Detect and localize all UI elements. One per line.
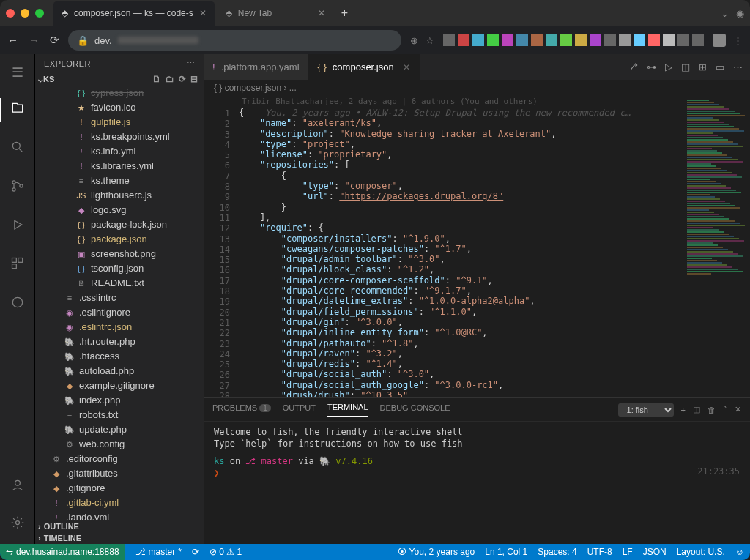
extension-icon[interactable] [472, 34, 484, 46]
close-tab-icon[interactable]: ✕ [199, 8, 207, 18]
new-terminal-icon[interactable]: + [681, 406, 686, 414]
status-lang[interactable]: JSON [643, 547, 667, 557]
activity-settings-icon[interactable] [0, 512, 34, 537]
extension-icon[interactable] [604, 34, 616, 46]
git-compare-icon[interactable]: ⎇ [627, 61, 638, 72]
address-bar[interactable]: 🔒 dev. [68, 30, 401, 51]
status-sync[interactable]: ⟳ [192, 547, 199, 557]
extension-icon[interactable] [575, 34, 587, 46]
file-item[interactable]: !ks.breakpoints.yml [35, 130, 204, 144]
avatar-icon[interactable] [713, 34, 726, 47]
status-eol[interactable]: LF [623, 547, 633, 557]
install-app-icon[interactable]: ⊕ [410, 35, 418, 46]
file-item[interactable]: !ks.info.yml [35, 144, 204, 159]
extension-icon[interactable] [502, 34, 513, 46]
minimize-window-button[interactable] [21, 9, 29, 18]
file-item[interactable]: { }cypress.json [35, 86, 204, 100]
status-feedback[interactable]: ☺ [735, 547, 744, 557]
extension-icon[interactable] [560, 34, 572, 46]
more-actions-icon[interactable]: ⋯ [733, 61, 743, 72]
status-layout[interactable]: Layout: U.S. [677, 547, 725, 557]
code-editor[interactable]: Tribir Bhattacharjee, 2 days ago | 6 aut… [239, 96, 684, 397]
panel-tab-output[interactable]: OUTPUT [283, 403, 316, 417]
outline-section[interactable]: ›OUTLINE [35, 520, 204, 532]
extension-icon[interactable] [443, 34, 455, 46]
file-item[interactable]: 🐘.ht.router.php [35, 335, 204, 349]
file-item[interactable]: ◆.gitignore [35, 481, 204, 496]
project-header[interactable]: ⌵ KS 🗋 🗀 ⟳ ⊟ [35, 72, 204, 86]
preview-icon[interactable]: ⊞ [699, 61, 707, 72]
diff-icon[interactable]: ◫ [681, 61, 690, 72]
timeline-section[interactable]: ›TIMELINE [35, 532, 204, 544]
file-item[interactable]: JSlighthouserc.js [35, 188, 204, 203]
status-cursor[interactable]: Ln 1, Col 1 [485, 547, 527, 557]
split-terminal-icon[interactable]: ◫ [693, 405, 700, 414]
panel-tab-terminal[interactable]: TERMINAL [327, 403, 368, 417]
file-item[interactable]: ▣screenshot.png [35, 247, 204, 261]
file-item[interactable]: !gulpfile.js [35, 115, 204, 130]
extension-icon[interactable] [531, 34, 543, 46]
file-item[interactable]: ◉.eslintrc.json [35, 320, 204, 335]
status-encoding[interactable]: UTF-8 [587, 547, 612, 557]
status-branch[interactable]: ⎇master* [135, 547, 182, 557]
activity-debug-icon[interactable] [0, 214, 34, 239]
bookmark-icon[interactable]: ☆ [426, 35, 434, 46]
file-item[interactable]: ◆example.gitignore [35, 378, 204, 393]
new-folder-icon[interactable]: 🗀 [166, 74, 174, 84]
file-item[interactable]: 🐘update.php [35, 422, 204, 437]
status-spaces[interactable]: Spaces: 4 [538, 547, 576, 557]
activity-remote-icon[interactable] [0, 292, 34, 316]
panel-tab-debug-console[interactable]: DEBUG CONSOLE [380, 403, 450, 417]
profile-icon[interactable]: ◉ [736, 8, 744, 19]
file-item[interactable]: 🗎README.txt [35, 276, 204, 291]
forward-button[interactable]: → [29, 34, 40, 47]
close-tab-icon[interactable]: ✕ [403, 62, 410, 72]
refresh-icon[interactable]: ⟳ [179, 74, 186, 84]
file-item[interactable]: ★favicon.ico [35, 100, 204, 115]
back-button[interactable]: ← [7, 34, 18, 47]
status-problems[interactable]: ⊘ 0 ⚠ 1 [209, 547, 242, 557]
status-remote[interactable]: ⇋dev.husainad.name:18888 [0, 544, 125, 560]
close-panel-icon[interactable]: ✕ [735, 405, 741, 414]
new-file-icon[interactable]: 🗋 [152, 74, 161, 84]
panel-tab-problems[interactable]: PROBLEMS1 [212, 403, 271, 417]
new-tab-button[interactable]: + [334, 7, 355, 20]
file-item[interactable]: { }package.json [35, 232, 204, 247]
file-item[interactable]: ⚙web.config [35, 437, 204, 452]
terminal-selector[interactable]: 1: fish [618, 403, 674, 417]
extension-icon[interactable] [634, 34, 645, 46]
run-icon[interactable]: ▷ [665, 61, 672, 72]
activity-extensions-icon[interactable] [0, 253, 34, 277]
extension-icon[interactable] [590, 34, 601, 46]
maximize-window-button[interactable] [35, 9, 44, 18]
editor-tab[interactable]: { }composer.json✕ [309, 54, 420, 80]
activity-search-icon[interactable] [0, 137, 34, 161]
file-item[interactable]: ◆.gitattributes [35, 466, 204, 481]
editor-tab[interactable]: !.platform.app.yaml [204, 54, 309, 80]
reload-button[interactable]: ⟳ [50, 34, 59, 47]
tab-overflow-icon[interactable]: ⌄ [721, 8, 729, 19]
collapse-all-icon[interactable]: ⊟ [190, 74, 198, 84]
browser-tab[interactable]: ⬘composer.json — ks — code-s✕ [53, 1, 215, 26]
activity-explorer-icon[interactable] [0, 98, 34, 122]
extension-icon[interactable] [663, 34, 675, 46]
close-tab-icon[interactable]: ✕ [318, 8, 325, 18]
file-item[interactable]: ◆logo.svg [35, 203, 204, 217]
breadcrumb[interactable]: { } composer.json › ... [204, 80, 750, 96]
file-item[interactable]: 🐘.htaccess [35, 349, 204, 364]
file-item[interactable]: 🐘autoload.php [35, 364, 204, 378]
file-item[interactable]: 🐘index.php [35, 393, 204, 408]
extension-icon[interactable] [619, 34, 631, 46]
maximize-panel-icon[interactable]: ˄ [723, 405, 727, 414]
extension-icon[interactable] [677, 34, 689, 46]
file-item[interactable]: !ks.libraries.yml [35, 159, 204, 173]
git-graph-icon[interactable]: ⊶ [647, 61, 656, 72]
extension-icon[interactable] [516, 34, 528, 46]
activity-menu-icon[interactable]: ☰ [0, 61, 34, 83]
status-blame[interactable]: ⦿You, 2 years ago [398, 547, 475, 557]
file-item[interactable]: ≡ks.theme [35, 173, 204, 188]
extension-icon[interactable] [487, 34, 499, 46]
browser-tab[interactable]: ⬘New Tab✕ [217, 1, 334, 26]
file-item[interactable]: !.lando.yml [35, 510, 204, 520]
minimap[interactable] [684, 96, 750, 397]
